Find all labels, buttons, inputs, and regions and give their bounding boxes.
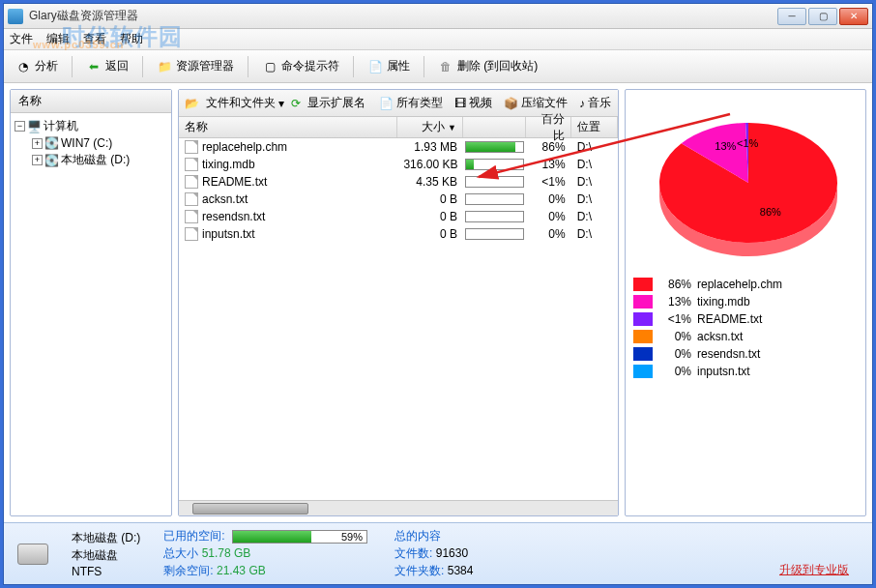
menu-help[interactable]: 帮助: [120, 31, 143, 47]
back-button[interactable]: ⬅返回: [80, 56, 134, 76]
legend-item[interactable]: 0%acksn.txt: [633, 330, 858, 343]
file-pct: 0%: [526, 227, 570, 241]
svg-text:86%: 86%: [760, 206, 781, 218]
delete-button[interactable]: 🗑删除 (到回收站): [432, 56, 543, 76]
file-size: 4.35 KB: [397, 175, 463, 189]
size-bar: [465, 176, 524, 188]
menu-view[interactable]: 查看: [83, 31, 106, 47]
col-size[interactable]: 大小 ▼: [397, 117, 463, 137]
file-size: 0 B: [397, 227, 463, 241]
toolbar-separator: [142, 56, 143, 77]
file-name: resendsn.txt: [202, 210, 265, 223]
file-panel: 📂 文件和文件夹 ▾ ⟳ 显示扩展名 📄所有类型 🎞视频 📦压缩文件 ♪音乐 🖼…: [178, 89, 619, 516]
file-name: README.txt: [202, 175, 267, 189]
pie-icon: ◔: [15, 59, 31, 74]
file-loc: D:\: [571, 192, 618, 206]
table-row[interactable]: tixing.mdb316.00 KB13%D:\: [179, 156, 618, 173]
minimize-button[interactable]: ─: [777, 8, 806, 25]
cmd-button[interactable]: ▢命令提示符: [256, 56, 345, 76]
status-content-info: 总的内容 文件数: 91630 文件夹数: 5384: [394, 528, 473, 579]
legend-pct: <1%: [658, 312, 691, 326]
refresh-icon[interactable]: ⟳: [291, 96, 301, 111]
file-size: 0 B: [397, 192, 463, 206]
status-drive-type: 本地磁盘: [72, 547, 140, 564]
col-loc[interactable]: 位置: [571, 117, 618, 137]
legend-pct: 13%: [658, 295, 691, 309]
app-window: Glary磁盘资源管理器 ─ ▢ ✕ 文件 编辑 查看 帮助 时代软件园 www…: [3, 3, 873, 585]
maximize-button[interactable]: ▢: [808, 8, 837, 25]
legend-swatch: [633, 365, 653, 378]
legend-label: resendsn.txt: [697, 347, 760, 361]
menu-file[interactable]: 文件: [10, 31, 33, 47]
tree-item-computer[interactable]: − 🖥️ 计算机: [15, 117, 167, 135]
tree-header: 名称: [11, 90, 171, 113]
table-row[interactable]: replacehelp.chm1.93 MB86%D:\: [179, 138, 618, 156]
music-icon: ♪: [579, 97, 585, 110]
file-icon: [185, 175, 198, 189]
legend-pct: 86%: [658, 278, 691, 291]
size-bar: [465, 141, 524, 153]
doc-icon: 📄: [367, 59, 383, 74]
menu-edit[interactable]: 编辑: [46, 31, 70, 47]
properties-button[interactable]: 📄属性: [362, 56, 416, 76]
file-loc: D:\: [571, 140, 618, 154]
status-drive-name: 本地磁盘 (D:): [72, 530, 140, 546]
file-icon: [185, 158, 198, 171]
explorer-button[interactable]: 📁资源管理器: [151, 56, 240, 76]
col-bar[interactable]: [463, 117, 526, 137]
nav-icon[interactable]: 📂: [185, 96, 199, 111]
legend-label: README.txt: [697, 312, 762, 326]
table-row[interactable]: acksn.txt0 B0%D:\: [179, 191, 618, 208]
filter-ext[interactable]: 显示扩展名: [303, 93, 370, 113]
legend-item[interactable]: 13%tixing.mdb: [633, 295, 858, 309]
file-loc: D:\: [571, 210, 618, 223]
tree-item-drive-d[interactable]: + 💽 本地磁盘 (D:): [15, 151, 167, 169]
filter-video[interactable]: 🎞视频: [450, 93, 497, 113]
pie-chart: 86%13%<1%: [644, 107, 847, 262]
filter-music[interactable]: ♪音乐: [574, 93, 616, 113]
trash-icon: 🗑: [438, 59, 453, 74]
video-icon: 🎞: [454, 97, 466, 110]
table-row[interactable]: README.txt4.35 KB<1%D:\: [179, 173, 618, 191]
close-button[interactable]: ✕: [839, 8, 868, 25]
expand-icon[interactable]: +: [32, 138, 43, 149]
table-header: 名称 大小 ▼ 百分比 位置: [179, 117, 618, 138]
scrollbar-thumb[interactable]: [192, 503, 308, 514]
expand-icon[interactable]: +: [32, 155, 43, 165]
file-icon: [185, 140, 198, 154]
titlebar: Glary磁盘资源管理器 ─ ▢ ✕: [4, 4, 872, 29]
legend-item[interactable]: 86%replacehelp.chm: [633, 278, 858, 291]
col-name[interactable]: 名称: [179, 117, 397, 137]
legend-label: tixing.mdb: [697, 295, 750, 309]
collapse-icon[interactable]: −: [15, 121, 25, 132]
col-pct[interactable]: 百分比: [526, 117, 570, 137]
h-scrollbar[interactable]: [179, 500, 618, 515]
analyze-button[interactable]: ◔分析: [10, 56, 64, 76]
toolbar-separator: [423, 56, 424, 77]
filter-folders[interactable]: 文件和文件夹 ▾: [201, 93, 289, 113]
folder-icon: 📁: [157, 59, 172, 74]
filter-all[interactable]: 📄所有类型: [374, 93, 448, 113]
tree-item-drive-c[interactable]: + 💽 WIN7 (C:): [15, 135, 167, 151]
legend-swatch: [633, 347, 653, 361]
status-drive-info: 本地磁盘 (D:) 本地磁盘 NTFS: [72, 530, 140, 578]
file-size: 316.00 KB: [397, 158, 463, 171]
used-space-bar: 59%: [232, 530, 367, 544]
status-free: 剩余空间: 21.43 GB: [163, 563, 371, 579]
statusbar: 本地磁盘 (D:) 本地磁盘 NTFS 已用的空间: 59% 总大小 51.78…: [4, 522, 872, 584]
legend-swatch: [633, 330, 653, 343]
file-size: 1.93 MB: [397, 140, 463, 154]
legend-swatch: [633, 295, 653, 309]
legend-pct: 0%: [658, 330, 691, 343]
size-bar: [465, 228, 524, 240]
table-row[interactable]: inputsn.txt0 B0%D:\: [179, 225, 618, 243]
file-pct: 13%: [526, 158, 570, 171]
window-title: Glary磁盘资源管理器: [29, 8, 777, 24]
upgrade-link[interactable]: 升级到专业版: [779, 562, 849, 578]
legend-item[interactable]: 0%resendsn.txt: [633, 347, 858, 361]
svg-text:13%: 13%: [715, 140, 736, 152]
legend-item[interactable]: <1%README.txt: [633, 312, 858, 326]
sort-desc-icon: ▼: [448, 123, 456, 132]
table-row[interactable]: resendsn.txt0 B0%D:\: [179, 208, 618, 225]
legend-item[interactable]: 0%inputsn.txt: [633, 365, 858, 378]
